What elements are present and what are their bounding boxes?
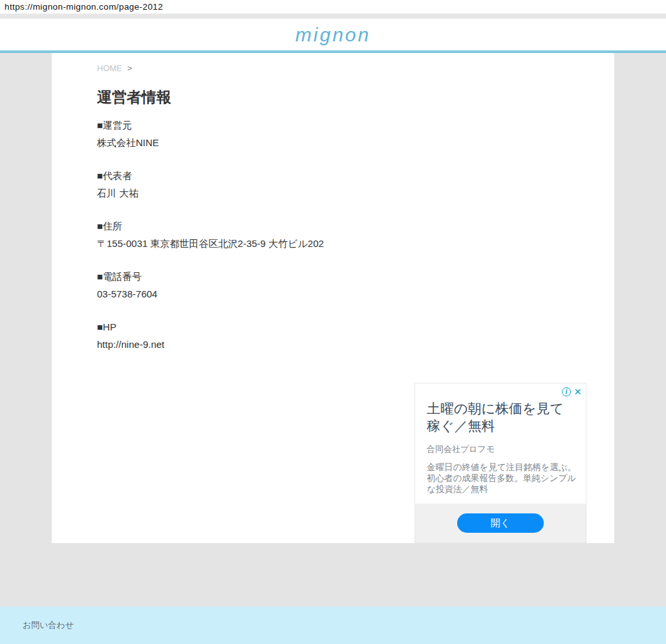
- ad-close-icon[interactable]: ×: [574, 387, 581, 396]
- browser-url: https://mignon-mignon.com/page-2012: [0, 2, 163, 12]
- ad-open-button[interactable]: 開く: [457, 513, 544, 533]
- ad-choices-controls: i ×: [562, 387, 581, 396]
- info-value: http://nine-9.net: [97, 336, 614, 353]
- breadcrumb: HOME >: [97, 64, 614, 72]
- info-value: 石川 大祐: [97, 184, 614, 202]
- main-area: HOME > 運営者情報 ■運営元 株式会社NINE ■代表者 石川 大祐 ■住…: [0, 53, 666, 606]
- operator-info-list: ■運営元 株式会社NINE ■代表者 石川 大祐 ■住所 〒155-0031 東…: [97, 116, 614, 353]
- info-value: 株式会社NINE: [97, 134, 614, 151]
- ad-cta-band: 開く: [415, 504, 586, 542]
- info-block-representative: ■代表者 石川 大祐: [97, 167, 614, 202]
- info-value: 〒155-0031 東京都世田谷区北沢2-35-9 大竹ビル202: [97, 235, 614, 252]
- site-logo[interactable]: mignon: [295, 24, 371, 46]
- ad-title[interactable]: 土曜の朝に株価を見て稼ぐ／無料: [427, 400, 574, 435]
- info-label: ■運営元: [97, 116, 614, 134]
- info-label: ■代表者: [97, 167, 614, 184]
- info-value: 03-5738-7604: [97, 285, 614, 303]
- info-block-operator: ■運営元 株式会社NINE: [97, 116, 614, 151]
- page-title: 運営者情報: [97, 89, 614, 105]
- info-block-address: ■住所 〒155-0031 東京都世田谷区北沢2-35-9 大竹ビル202: [97, 217, 614, 252]
- ad-description: 金曜日の終値を見て注目銘柄を選ぶ。初心者の成果報告多数。単純シンプルな投資法／無…: [427, 462, 577, 495]
- top-divider: [0, 14, 666, 19]
- info-block-phone: ■電話番号 03-5738-7604: [97, 268, 614, 303]
- ad-advertiser: 合同会社プロフモ: [427, 444, 574, 455]
- info-label: ■住所: [97, 217, 614, 235]
- browser-url-bar: https://mignon-mignon.com/page-2012: [0, 0, 666, 14]
- info-label: ■電話番号: [97, 268, 614, 285]
- breadcrumb-home-link[interactable]: HOME: [97, 63, 122, 73]
- ad-unit[interactable]: i × 土曜の朝に株価を見て稼ぐ／無料 合同会社プロフモ 金曜日の終値を見て注目…: [414, 383, 586, 543]
- page-footer: お問い合わせ: [0, 606, 666, 644]
- info-label: ■HP: [97, 318, 614, 336]
- site-header: mignon: [0, 19, 666, 50]
- footer-contact-link[interactable]: お問い合わせ: [0, 619, 74, 631]
- info-block-homepage: ■HP http://nine-9.net: [97, 318, 614, 353]
- content-column: HOME > 運営者情報 ■運営元 株式会社NINE ■代表者 石川 大祐 ■住…: [52, 53, 614, 543]
- ad-info-icon[interactable]: i: [562, 387, 571, 396]
- breadcrumb-separator: >: [127, 63, 133, 73]
